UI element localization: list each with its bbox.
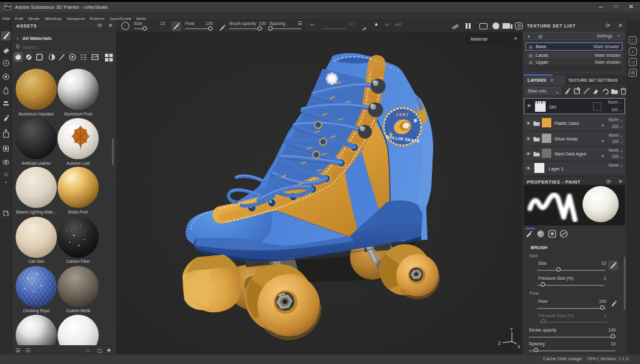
- svg-text:Y: Y: [510, 327, 513, 332]
- svg-text:1987: 1987: [396, 112, 409, 117]
- svg-text:X: X: [518, 345, 521, 349]
- svg-text:Z: Z: [498, 341, 501, 345]
